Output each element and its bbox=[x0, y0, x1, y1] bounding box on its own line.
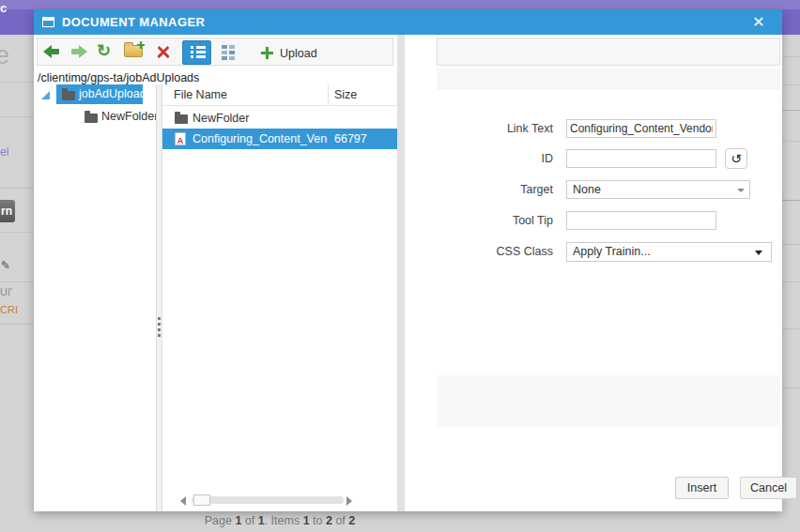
scrollbar-track[interactable] bbox=[192, 496, 344, 504]
id-label: ID bbox=[405, 152, 553, 165]
address-path: /clientimg/gps-ta/jobAdUploads bbox=[38, 71, 199, 84]
target-selected-value: None bbox=[573, 183, 601, 196]
scroll-right-icon[interactable] bbox=[346, 496, 352, 506]
background-divider bbox=[782, 244, 800, 245]
file-row-newfolder[interactable]: NewFolder bbox=[162, 108, 397, 129]
tree-item-label: jobAdUploads bbox=[79, 87, 152, 100]
form-row-css-class: CSS Class Apply Trainin... bbox=[405, 242, 782, 265]
chevron-down-icon bbox=[755, 251, 762, 255]
file-list: File Name Size NewFolder A Configuring_C… bbox=[162, 84, 397, 511]
background-divider bbox=[782, 200, 800, 201]
file-size: 66797 bbox=[334, 132, 367, 145]
column-header-file-name[interactable]: File Name bbox=[174, 88, 227, 101]
cancel-button[interactable]: Cancel bbox=[740, 477, 797, 499]
new-folder-icon[interactable] bbox=[124, 45, 143, 57]
css-class-selected-value: Apply Trainin... bbox=[573, 245, 651, 258]
insert-button[interactable]: Insert bbox=[675, 477, 729, 499]
file-list-header: File Name Size bbox=[162, 84, 397, 106]
close-icon[interactable] bbox=[752, 15, 766, 29]
file-browser-toolbar: ↻ Upload bbox=[37, 38, 393, 66]
background-divider bbox=[782, 328, 800, 329]
background-divider bbox=[0, 324, 34, 325]
refresh-icon[interactable]: ↻ bbox=[97, 40, 111, 61]
horizontal-scrollbar[interactable] bbox=[162, 494, 397, 507]
pane-splitter[interactable] bbox=[156, 84, 162, 511]
target-select[interactable]: None bbox=[566, 180, 750, 199]
column-header-size[interactable]: Size bbox=[334, 88, 357, 101]
properties-header-strip bbox=[437, 68, 780, 90]
tree-item-jobadupoads[interactable]: jobAdUploads bbox=[34, 84, 156, 105]
background-link-fragment[interactable]: el bbox=[0, 145, 8, 159]
background-nav-fragment: fic bbox=[0, 1, 7, 15]
background-divider bbox=[0, 116, 34, 117]
back-icon[interactable] bbox=[43, 45, 62, 58]
link-text-label: Link Text bbox=[405, 122, 553, 135]
dialog-title: DOCUMENT MANAGER bbox=[62, 15, 205, 29]
chevron-down-icon bbox=[737, 189, 745, 192]
expand-arrow-icon[interactable] bbox=[41, 91, 50, 99]
file-name: NewFolder bbox=[192, 112, 328, 125]
background-heading-fragment: re bbox=[0, 41, 9, 70]
background-divider bbox=[782, 388, 800, 388]
tree-item-newfolder[interactable]: NewFolder bbox=[34, 107, 156, 128]
folder-icon bbox=[62, 91, 75, 100]
target-label: Target bbox=[405, 183, 553, 196]
id-input[interactable] bbox=[566, 149, 716, 168]
folder-icon bbox=[175, 114, 188, 124]
folder-icon bbox=[85, 114, 98, 123]
properties-footer-strip bbox=[437, 375, 780, 427]
file-row-selected-pdf[interactable]: A Configuring_Content_Vendor 66797 bbox=[162, 129, 397, 149]
background-divider bbox=[782, 56, 800, 57]
pdf-file-icon: A bbox=[175, 132, 186, 145]
scrollbar-thumb[interactable] bbox=[193, 494, 210, 506]
screen: fic re el rn ✎ UI' CRI DOCUMENT MANAGER … bbox=[0, 0, 800, 532]
form-row-link-text: Link Text bbox=[405, 119, 782, 142]
list-view-icon[interactable] bbox=[182, 40, 211, 65]
tool-tip-input[interactable] bbox=[566, 211, 716, 230]
delete-icon[interactable] bbox=[156, 44, 171, 59]
form-row-tool-tip: Tool Tip bbox=[405, 211, 782, 234]
properties-toolbar-area bbox=[437, 38, 780, 66]
css-class-select[interactable]: Apply Trainin... bbox=[566, 242, 772, 262]
id-refresh-button[interactable]: ↺ bbox=[725, 148, 747, 169]
background-divider bbox=[0, 82, 34, 83]
form-row-target: Target None bbox=[405, 180, 782, 203]
tree-item-label: NewFolder bbox=[101, 110, 158, 123]
scroll-left-icon[interactable] bbox=[180, 496, 186, 506]
tool-tip-label: Tool Tip bbox=[405, 214, 553, 227]
column-divider bbox=[328, 84, 329, 106]
background-divider bbox=[0, 232, 34, 233]
background-divider bbox=[782, 141, 800, 142]
splitter-grip-icon[interactable] bbox=[158, 317, 161, 340]
background-divider bbox=[782, 110, 800, 111]
background-text-fragment-2: CRI bbox=[0, 304, 18, 315]
pencil-icon: ✎ bbox=[1, 259, 10, 272]
form-row-id: ID ↺ bbox=[405, 149, 782, 172]
folder-tree: jobAdUploads NewFolder bbox=[34, 84, 156, 511]
background-text-fragment-1: UI' bbox=[0, 286, 12, 297]
pane-divider bbox=[397, 35, 405, 511]
background-button-fragment[interactable]: rn bbox=[0, 200, 15, 222]
file-name: Configuring_Content_Vendor bbox=[192, 132, 328, 145]
background-divider bbox=[0, 281, 34, 282]
file-browser-pane: ↻ Upload /clientimg/gps-ta/jobAdUploads bbox=[34, 35, 397, 511]
background-divider bbox=[0, 188, 34, 189]
pager-status: Page 1 of 1. Items 1 to 2 of 2 bbox=[162, 514, 397, 527]
background-divider bbox=[782, 281, 800, 282]
document-manager-dialog: DOCUMENT MANAGER ↻ bbox=[34, 9, 782, 511]
dialog-titlebar[interactable]: DOCUMENT MANAGER bbox=[34, 9, 782, 35]
link-text-input[interactable] bbox=[566, 119, 716, 138]
properties-pane: Link Text ID ↺ Target None Tool Tip CS bbox=[405, 35, 782, 511]
upload-button[interactable]: Upload bbox=[280, 47, 317, 60]
forward-icon[interactable] bbox=[69, 45, 87, 58]
upload-plus-icon[interactable] bbox=[261, 47, 273, 59]
background-divider bbox=[782, 84, 800, 85]
window-icon bbox=[42, 17, 54, 27]
grid-view-icon[interactable] bbox=[222, 45, 236, 60]
css-class-label: CSS Class bbox=[405, 245, 553, 258]
